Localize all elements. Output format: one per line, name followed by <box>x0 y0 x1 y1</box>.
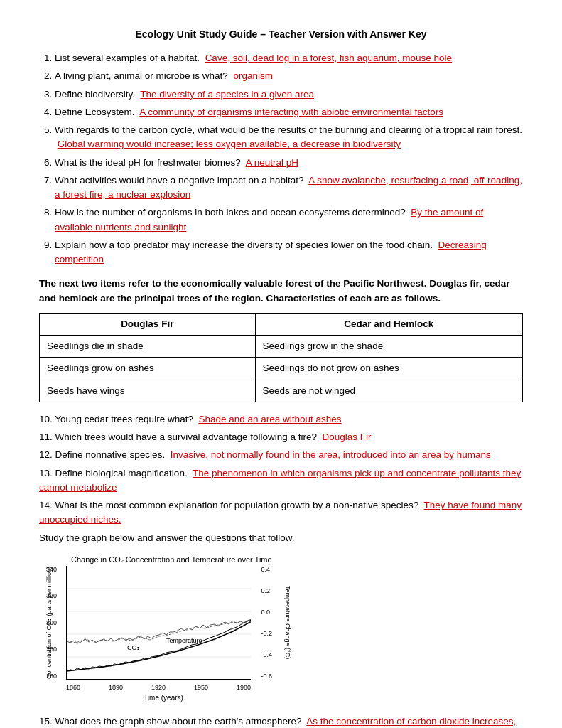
y-tick: 320 <box>46 592 57 599</box>
q14-text: What is the most common explanation for … <box>55 500 419 510</box>
table-cell: Seedlings grow in the shade <box>255 336 522 358</box>
q12-text: Define nonnative species. <box>55 449 166 460</box>
question-6: What is the ideal pH for freshwater biom… <box>55 156 523 170</box>
q15-text: What does the graph show about the earth… <box>55 716 302 727</box>
x-tick: 1890 <box>109 684 123 691</box>
table-cell: Seedlings do not grow on ashes <box>255 358 522 380</box>
y-right-tick: 0.2 <box>261 587 272 594</box>
questions-section-3: 15. What does the graph show about the e… <box>39 714 523 728</box>
q4-text: Define Ecosystem. <box>55 107 135 117</box>
q11-answer: Douglas Fir <box>323 432 372 442</box>
question-10: 10. Young cedar trees require what? Shad… <box>39 412 523 427</box>
q6-answer: A neutral pH <box>246 157 298 168</box>
y-tick: 260 <box>46 673 57 680</box>
question-list-1: List several examples of a habitat. Cave… <box>39 51 523 267</box>
y-tick: 300 <box>46 619 57 626</box>
y-tick: 340 <box>46 566 57 573</box>
q3-text: Define biodiversity. <box>55 89 135 100</box>
y-tick: 280 <box>46 646 57 653</box>
x-tick: 1950 <box>194 684 208 691</box>
temp-label: Temperature <box>166 637 202 644</box>
y-right-tick: 0.0 <box>261 609 272 616</box>
page-title: Ecology Unit Study Guide – Teacher Versi… <box>39 28 523 40</box>
q11-text: Which trees would have a survival advant… <box>55 432 317 442</box>
y-right-tick: 0.4 <box>261 566 272 573</box>
q15-num: 15. <box>39 716 55 727</box>
table-header-cedar: Cedar and Hemlock <box>255 313 522 335</box>
q10-answer: Shade and an area without ashes <box>198 414 341 424</box>
table-cell: Seedlings grow on ashes <box>40 358 256 380</box>
question-8: How is the number of organisms in both l… <box>55 205 523 235</box>
co2-label: CO₂ <box>127 644 140 651</box>
q11-num: 11. <box>39 432 55 442</box>
q12-answer: Invasive, not normally found in the area… <box>171 449 491 460</box>
bold-intro: The next two items refer to the economic… <box>39 277 523 306</box>
x-tick: 1860 <box>66 684 80 691</box>
question-11: 11. Which trees would have a survival ad… <box>39 430 523 444</box>
q3-answer: The diversity of a species in a given ar… <box>140 89 314 100</box>
table-row: Seedlings die in shade Seedlings grow in… <box>40 336 523 358</box>
q13-text: Define biological magnification. <box>55 468 188 478</box>
question-2: A living plant, animal or microbe is wha… <box>55 69 523 83</box>
graph-svg: CO₂ Temperature <box>66 566 251 680</box>
x-axis-label: Time (years) <box>71 694 256 702</box>
table-cell: Seeds have wings <box>40 380 256 402</box>
q10-text: Young cedar trees require what? <box>55 414 193 424</box>
question-15: 15. What does the graph show about the e… <box>39 714 523 728</box>
table-row: Seedlings grow on ashes Seedlings do not… <box>40 358 523 380</box>
table-cell: Seeds are not winged <box>255 380 522 402</box>
study-graph-label: Study the graph below and answer the que… <box>39 531 523 545</box>
q9-text: Explain how a top predator may increase … <box>55 240 433 250</box>
x-tick: 1920 <box>151 684 166 691</box>
characteristics-table: Douglas Fir Cedar and Hemlock Seedlings … <box>39 313 523 402</box>
graph-title: Change in CO₂ Concentration and Temperat… <box>71 555 523 564</box>
q2-answer: organism <box>233 70 273 81</box>
table-cell: Seedlings die in shade <box>40 336 256 358</box>
y-right-tick: -0.6 <box>261 673 272 680</box>
q5-text: With regards to the carbon cycle, what w… <box>55 124 522 135</box>
question-4: Define Ecosystem. A community of organis… <box>55 105 523 119</box>
q1-answer: Cave, soil, dead log in a forest, fish a… <box>205 53 452 63</box>
q1-text: List several examples of a habitat. <box>55 53 200 63</box>
q4-answer: A community of organisms interacting wit… <box>139 107 443 117</box>
q8-text: How is the number of organisms in both l… <box>55 207 406 218</box>
x-tick: 1980 <box>237 684 251 691</box>
q12-num: 12. <box>39 449 55 460</box>
question-1: List several examples of a habitat. Cave… <box>55 51 523 65</box>
y-axis-right-label: Temperature Change (°C) <box>276 566 299 680</box>
question-7: What activities would have a negative im… <box>55 173 523 203</box>
question-13: 13. Define biological magnification. The… <box>39 466 523 496</box>
table-row: Seeds have wings Seeds are not winged <box>40 380 523 402</box>
y-right-tick: -0.4 <box>261 651 272 658</box>
question-5: With regards to the carbon cycle, what w… <box>55 123 523 152</box>
q10-num: 10. <box>39 414 55 424</box>
question-12: 12. Define nonnative species. Invasive, … <box>39 448 523 462</box>
q14-num: 14. <box>39 500 55 510</box>
questions-section-2: 10. Young cedar trees require what? Shad… <box>39 412 523 528</box>
q5-answer: Global warming would increase; less oxyg… <box>58 139 401 149</box>
q2-text: A living plant, animal or microbe is wha… <box>55 70 228 81</box>
q6-text: What is the ideal pH for freshwater biom… <box>55 157 241 168</box>
table-header-douglas: Douglas Fir <box>40 313 256 335</box>
q13-num: 13. <box>39 468 55 478</box>
question-3: Define biodiversity. The diversity of a … <box>55 87 523 102</box>
q7-text: What activities would have a negative im… <box>55 175 303 186</box>
graph-section: Change in CO₂ Concentration and Temperat… <box>39 555 523 702</box>
question-14: 14. What is the most common explanation … <box>39 498 523 528</box>
question-9: Explain how a top predator may increase … <box>55 238 523 267</box>
y-right-tick: -0.2 <box>261 630 272 637</box>
